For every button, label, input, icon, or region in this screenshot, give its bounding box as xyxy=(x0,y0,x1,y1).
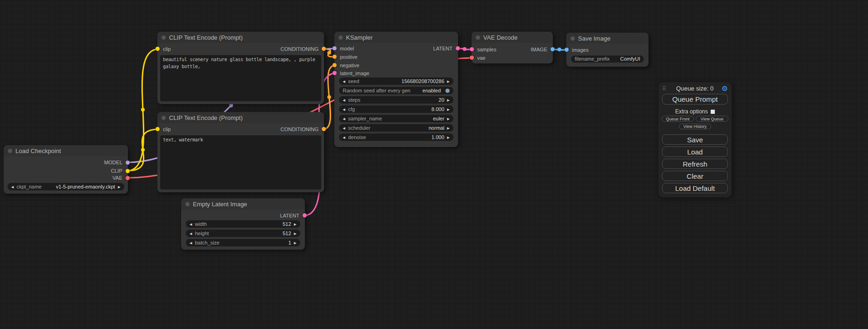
output-slot-clip[interactable] xyxy=(126,169,130,173)
queue-front-button[interactable]: Queue Front xyxy=(662,116,694,122)
node-collapse-dot-icon[interactable] xyxy=(162,35,166,40)
settings-gear-icon[interactable]: ⚙ xyxy=(722,85,728,92)
node-collapse-dot-icon[interactable] xyxy=(8,149,12,153)
node-graph-canvas[interactable]: Load Checkpoint MODEL CLIP VAE ◀ ckpt_na… xyxy=(0,0,868,329)
widget-value: normal xyxy=(429,125,445,132)
increment-arrow-icon[interactable]: ▶ xyxy=(118,185,120,189)
decrement-arrow-icon[interactable]: ◀ xyxy=(343,117,345,120)
node-vae-decode[interactable]: VAE Decode samples IMAGE vae xyxy=(472,32,553,63)
widget-scheduler[interactable]: ◀ scheduler normal ▶ xyxy=(339,124,453,132)
decrement-arrow-icon[interactable]: ◀ xyxy=(190,223,192,226)
load-button[interactable]: Load xyxy=(662,147,728,157)
node-clip-text-encode-negative[interactable]: CLIP Text Encode (Prompt) clip CONDITION… xyxy=(157,112,324,192)
refresh-button[interactable]: Refresh xyxy=(662,159,728,169)
link-midpoint-dot xyxy=(327,95,331,99)
increment-arrow-icon[interactable]: ▶ xyxy=(447,98,450,102)
node-collapse-dot-icon[interactable] xyxy=(162,116,166,120)
node-title-bar[interactable]: CLIP Text Encode (Prompt) xyxy=(157,112,324,123)
decrement-arrow-icon[interactable]: ◀ xyxy=(190,241,192,245)
node-title-bar[interactable]: KSampler xyxy=(334,32,458,43)
increment-arrow-icon[interactable]: ▶ xyxy=(447,80,450,83)
node-title: CLIP Text Encode (Prompt) xyxy=(169,34,243,41)
widget-steps[interactable]: ◀ steps 20 ▶ xyxy=(339,96,453,104)
input-slot-vae[interactable] xyxy=(470,56,474,60)
output-slot-vae[interactable] xyxy=(126,176,130,180)
increment-arrow-icon[interactable]: ▶ xyxy=(294,223,296,226)
widget-denoise[interactable]: ◀ denoise 1.000 ▶ xyxy=(339,133,453,141)
widget-batch-size[interactable]: ◀ batch_size 1 ▶ xyxy=(186,239,300,246)
widget-filename-prefix[interactable]: filename_prefix ComfyUI xyxy=(571,56,644,63)
extra-options-label: Extra options xyxy=(675,108,708,115)
widget-ckpt-name[interactable]: ◀ ckpt_name v1-5-pruned-emaonly.ckpt ▶ xyxy=(7,183,124,190)
output-slot-latent[interactable] xyxy=(456,46,460,50)
node-collapse-dot-icon[interactable] xyxy=(339,35,343,40)
increment-arrow-icon[interactable]: ▶ xyxy=(447,108,450,111)
increment-arrow-icon[interactable]: ▶ xyxy=(447,117,450,120)
node-load-checkpoint[interactable]: Load Checkpoint MODEL CLIP VAE ◀ ckpt_na… xyxy=(4,145,128,194)
input-slot-clip[interactable] xyxy=(155,47,160,51)
widget-cfg[interactable]: ◀ cfg 8.000 ▶ xyxy=(339,105,453,113)
view-history-button[interactable]: View History xyxy=(679,124,711,129)
widget-width[interactable]: ◀ width 512 ▶ xyxy=(186,220,300,228)
node-collapse-dot-icon[interactable] xyxy=(476,35,480,40)
output-slot-latent[interactable] xyxy=(303,213,307,217)
decrement-arrow-icon[interactable]: ◀ xyxy=(343,136,345,139)
decrement-arrow-icon[interactable]: ◀ xyxy=(343,98,345,102)
node-empty-latent-image[interactable]: Empty Latent Image LATENT ◀ width 512 ▶ … xyxy=(181,198,305,250)
input-label-clip: clip xyxy=(163,46,171,52)
node-title-bar[interactable]: VAE Decode xyxy=(472,32,553,43)
node-collapse-dot-icon[interactable] xyxy=(571,36,575,41)
widget-value: 1 xyxy=(288,239,291,246)
increment-arrow-icon[interactable]: ▶ xyxy=(447,126,450,130)
increment-arrow-icon[interactable]: ▶ xyxy=(447,136,450,139)
decrement-arrow-icon[interactable]: ◀ xyxy=(343,108,345,111)
decrement-arrow-icon[interactable]: ◀ xyxy=(343,126,345,130)
decrement-arrow-icon[interactable]: ◀ xyxy=(11,185,14,189)
prompt-textarea[interactable]: beautiful scenery nature glass bottle la… xyxy=(160,55,321,101)
input-slot-samples[interactable] xyxy=(470,47,474,51)
link-midpoint-dot xyxy=(229,104,233,107)
view-queue-button[interactable]: View Queue xyxy=(696,116,728,122)
random-seed-toggle[interactable] xyxy=(445,89,450,93)
input-slot-model[interactable] xyxy=(332,46,337,50)
node-title-bar[interactable]: Load Checkpoint xyxy=(4,145,128,156)
queue-prompt-button[interactable]: Queue Prompt xyxy=(662,94,728,105)
node-collapse-dot-icon[interactable] xyxy=(185,202,190,206)
widget-name: steps xyxy=(348,97,360,104)
input-label-clip: clip xyxy=(163,126,171,133)
input-slot-clip[interactable] xyxy=(155,127,160,131)
widget-value: 512 xyxy=(282,230,291,237)
node-title: Load Checkpoint xyxy=(15,147,61,154)
increment-arrow-icon[interactable]: ▶ xyxy=(294,241,296,245)
output-slot-model[interactable] xyxy=(126,161,130,165)
widget-random-seed[interactable]: Random seed after every gen enabled xyxy=(339,87,453,94)
output-slot-conditioning[interactable] xyxy=(322,47,326,51)
drag-handle-icon[interactable]: ⠿ xyxy=(662,85,666,92)
node-ksampler[interactable]: KSampler model LATENT positive negative … xyxy=(334,32,458,147)
save-button[interactable]: Save xyxy=(662,134,728,145)
prompt-textarea[interactable]: text, watermark xyxy=(160,135,321,189)
widget-seed[interactable]: ◀ seed 156680208700286 ▶ xyxy=(339,77,453,85)
extra-options-row: Extra options xyxy=(658,108,732,115)
output-slot-conditioning[interactable] xyxy=(322,127,326,131)
extra-options-checkbox[interactable] xyxy=(711,110,715,114)
node-save-image[interactable]: Save Image images filename_prefix ComfyU… xyxy=(566,33,649,67)
increment-arrow-icon[interactable]: ▶ xyxy=(294,232,296,235)
input-slot-images[interactable] xyxy=(565,48,569,52)
node-title: Save Image xyxy=(578,35,610,42)
widget-sampler-name[interactable]: ◀ sampler_name euler ▶ xyxy=(339,115,453,122)
input-slot-positive[interactable] xyxy=(332,55,337,59)
node-title-bar[interactable]: CLIP Text Encode (Prompt) xyxy=(157,32,324,43)
load-default-button[interactable]: Load Default xyxy=(662,183,728,193)
node-title-bar[interactable]: Save Image xyxy=(566,33,649,44)
decrement-arrow-icon[interactable]: ◀ xyxy=(190,232,192,235)
node-title-bar[interactable]: Empty Latent Image xyxy=(181,198,305,210)
output-slot-image[interactable] xyxy=(550,47,555,51)
clear-button[interactable]: Clear xyxy=(662,171,728,181)
widget-height[interactable]: ◀ height 512 ▶ xyxy=(186,230,300,237)
input-slot-latent-image[interactable] xyxy=(332,71,337,75)
decrement-arrow-icon[interactable]: ◀ xyxy=(343,80,345,83)
widget-name: denoise xyxy=(348,134,366,141)
node-clip-text-encode-positive[interactable]: CLIP Text Encode (Prompt) clip CONDITION… xyxy=(157,32,324,104)
input-slot-negative[interactable] xyxy=(332,63,337,67)
